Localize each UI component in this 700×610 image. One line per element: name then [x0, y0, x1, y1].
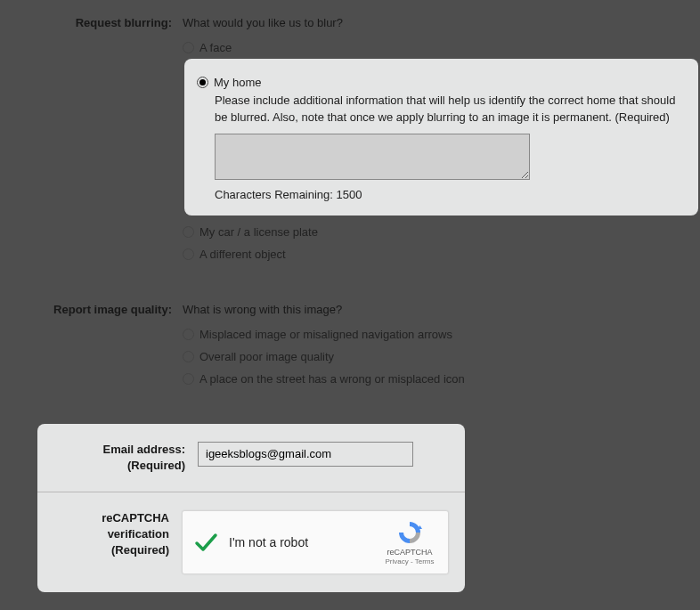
recaptcha-not-robot: I'm not a robot — [229, 535, 382, 549]
recaptcha-row: reCAPTCHA verification (Required) I'm no… — [37, 492, 465, 592]
email-input[interactable] — [198, 442, 413, 467]
recaptcha-required: (Required) — [111, 543, 169, 557]
blurring-content: What would you like us to blur? A face — [183, 16, 700, 59]
radio-home-label: My home — [214, 76, 261, 89]
radio-icon-label: A place on the street has a wrong or mis… — [199, 372, 465, 386]
radio-icon-selected — [197, 77, 208, 88]
radio-icon — [183, 248, 194, 260]
radio-poor-label: Overall poor image quality — [199, 350, 334, 363]
radio-icon — [183, 351, 194, 362]
blurring-label: Request blurring: — [0, 16, 183, 59]
blurring-options-continued: My car / a license plate A different obj… — [0, 221, 700, 265]
verification-card: Email address: (Required) reCAPTCHA veri… — [37, 424, 465, 592]
email-label-col: Email address: (Required) — [53, 442, 198, 474]
blurring-section: Request blurring: What would you like us… — [0, 0, 700, 59]
recaptcha-widget[interactable]: I'm not a robot reCAPTCHA Privacy - Term… — [182, 510, 449, 574]
quality-label: Report image quality: — [0, 303, 183, 390]
blurring-question: What would you like us to blur? — [183, 16, 700, 37]
checkmark-icon — [193, 530, 218, 555]
email-row: Email address: (Required) — [37, 424, 465, 492]
radio-car-label: My car / a license plate — [199, 225, 318, 239]
radio-icon — [183, 373, 194, 385]
radio-wrong-icon[interactable]: A place on the street has a wrong or mis… — [183, 368, 700, 390]
email-required: (Required) — [127, 459, 185, 472]
radio-car[interactable]: My car / a license plate — [183, 221, 700, 243]
radio-icon — [183, 226, 194, 238]
quality-question: What is wrong with this image? — [183, 303, 700, 323]
radio-icon — [183, 329, 194, 340]
image-quality-section: Report image quality: What is wrong with… — [0, 265, 700, 390]
radio-poor-quality[interactable]: Overall poor image quality — [183, 346, 700, 368]
radio-face[interactable]: A face — [183, 37, 700, 59]
radio-misplaced[interactable]: Misplaced image or misaligned navigation… — [183, 323, 700, 346]
quality-content: What is wrong with this image? Misplaced… — [183, 303, 700, 390]
radio-home[interactable]: My home — [197, 71, 682, 93]
recaptcha-brand-text: reCAPTCHA — [387, 548, 432, 557]
home-helper-text: Please include additional information th… — [197, 93, 682, 126]
recaptcha-content: I'm not a robot reCAPTCHA Privacy - Term… — [182, 510, 449, 574]
characters-remaining: Characters Remaining: 1500 — [197, 183, 682, 201]
radio-icon — [183, 42, 194, 53]
recaptcha-brand: reCAPTCHA Privacy - Terms — [382, 519, 437, 565]
email-label: Email address: — [103, 443, 186, 456]
recaptcha-label: reCAPTCHA verification — [102, 511, 169, 541]
recaptcha-logo-icon — [396, 519, 423, 546]
my-home-panel: My home Please include additional inform… — [184, 59, 698, 216]
home-details-textarea[interactable] — [215, 134, 530, 180]
radio-face-label: A face — [199, 41, 232, 54]
radio-object-label: A different object — [199, 248, 286, 261]
radio-misplaced-label: Misplaced image or misaligned navigation… — [199, 328, 452, 341]
recaptcha-label-col: reCAPTCHA verification (Required) — [53, 510, 182, 574]
recaptcha-privacy: Privacy - Terms — [386, 557, 435, 565]
radio-object[interactable]: A different object — [183, 243, 700, 265]
email-content — [198, 442, 449, 474]
